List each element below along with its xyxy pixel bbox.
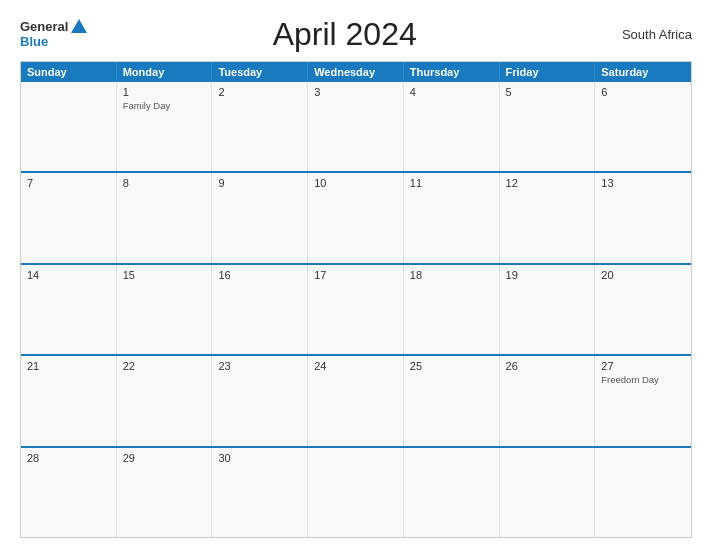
day-cell: 10 (308, 173, 404, 262)
day-headers-row: SundayMondayTuesdayWednesdayThursdayFrid… (21, 62, 691, 82)
day-cell: 30 (212, 448, 308, 537)
day-cell: 6 (595, 82, 691, 171)
day-cell: 8 (117, 173, 213, 262)
day-cell: 2 (212, 82, 308, 171)
day-header-sunday: Sunday (21, 62, 117, 82)
day-number: 16 (218, 269, 301, 281)
day-cell: 9 (212, 173, 308, 262)
week-row-3: 14151617181920 (21, 263, 691, 354)
day-number: 22 (123, 360, 206, 372)
day-number: 13 (601, 177, 685, 189)
day-cell: 28 (21, 448, 117, 537)
day-number: 17 (314, 269, 397, 281)
day-header-tuesday: Tuesday (212, 62, 308, 82)
logo-triangle-icon (71, 19, 87, 33)
day-number: 1 (123, 86, 206, 98)
logo-row-top: General (20, 19, 87, 35)
day-number: 30 (218, 452, 301, 464)
day-number: 12 (506, 177, 589, 189)
day-number: 20 (601, 269, 685, 281)
day-number: 4 (410, 86, 493, 98)
weeks-container: 1Family Day23456789101112131415161718192… (21, 82, 691, 537)
logo-general-text: General (20, 20, 68, 34)
day-number: 27 (601, 360, 685, 372)
day-number: 18 (410, 269, 493, 281)
day-number: 26 (506, 360, 589, 372)
day-number: 5 (506, 86, 589, 98)
page: General Blue April 2024 South Africa Sun… (0, 0, 712, 550)
day-number: 11 (410, 177, 493, 189)
day-cell (21, 82, 117, 171)
month-title: April 2024 (87, 16, 602, 53)
day-cell: 16 (212, 265, 308, 354)
day-cell (595, 448, 691, 537)
day-cell: 15 (117, 265, 213, 354)
day-cell: 24 (308, 356, 404, 445)
day-cell (308, 448, 404, 537)
day-cell: 4 (404, 82, 500, 171)
day-number: 25 (410, 360, 493, 372)
day-number: 28 (27, 452, 110, 464)
day-header-wednesday: Wednesday (308, 62, 404, 82)
day-cell: 13 (595, 173, 691, 262)
day-cell: 22 (117, 356, 213, 445)
day-cell (404, 448, 500, 537)
day-number: 23 (218, 360, 301, 372)
day-number: 29 (123, 452, 206, 464)
day-number: 3 (314, 86, 397, 98)
day-number: 6 (601, 86, 685, 98)
day-cell (500, 448, 596, 537)
day-number: 19 (506, 269, 589, 281)
day-number: 15 (123, 269, 206, 281)
logo-blue-text: Blue (20, 35, 48, 49)
day-header-thursday: Thursday (404, 62, 500, 82)
country-label: South Africa (602, 27, 692, 42)
day-cell: 11 (404, 173, 500, 262)
day-header-friday: Friday (500, 62, 596, 82)
day-number: 2 (218, 86, 301, 98)
day-cell: 25 (404, 356, 500, 445)
day-number: 21 (27, 360, 110, 372)
day-cell: 12 (500, 173, 596, 262)
week-row-2: 78910111213 (21, 171, 691, 262)
day-cell: 26 (500, 356, 596, 445)
day-cell: 1Family Day (117, 82, 213, 171)
day-header-monday: Monday (117, 62, 213, 82)
day-cell: 5 (500, 82, 596, 171)
day-cell: 21 (21, 356, 117, 445)
day-cell: 18 (404, 265, 500, 354)
day-event: Freedom Day (601, 374, 685, 385)
day-cell: 27Freedom Day (595, 356, 691, 445)
day-cell: 3 (308, 82, 404, 171)
week-row-5: 282930 (21, 446, 691, 537)
day-event: Family Day (123, 100, 206, 111)
day-cell: 7 (21, 173, 117, 262)
day-number: 24 (314, 360, 397, 372)
day-cell: 19 (500, 265, 596, 354)
logo: General Blue (20, 19, 87, 49)
day-number: 8 (123, 177, 206, 189)
day-number: 10 (314, 177, 397, 189)
day-cell: 14 (21, 265, 117, 354)
day-header-saturday: Saturday (595, 62, 691, 82)
day-number: 14 (27, 269, 110, 281)
day-cell: 20 (595, 265, 691, 354)
week-row-1: 1Family Day23456 (21, 82, 691, 171)
week-row-4: 21222324252627Freedom Day (21, 354, 691, 445)
calendar: SundayMondayTuesdayWednesdayThursdayFrid… (20, 61, 692, 538)
day-cell: 23 (212, 356, 308, 445)
logo-block: General Blue (20, 19, 87, 49)
day-number: 9 (218, 177, 301, 189)
day-number: 7 (27, 177, 110, 189)
header: General Blue April 2024 South Africa (20, 16, 692, 53)
day-cell: 29 (117, 448, 213, 537)
day-cell: 17 (308, 265, 404, 354)
